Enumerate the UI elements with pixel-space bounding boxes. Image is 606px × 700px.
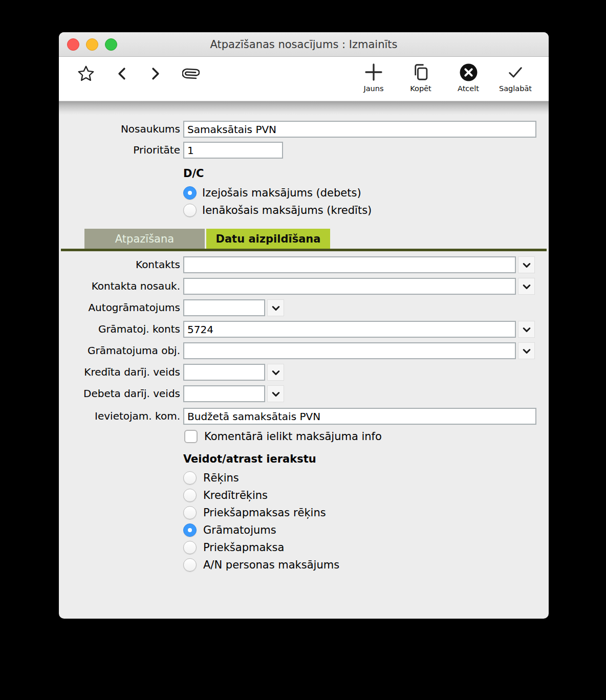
toolbar-divider	[59, 101, 549, 115]
radio-invoice[interactable]	[183, 471, 197, 485]
debit-txn-type-field-label: Debeta darīj. veids	[59, 385, 180, 402]
credit-txn-type-field-label: Kredīta darīj. veids	[59, 364, 180, 381]
copy-icon	[398, 61, 444, 83]
tab-datu-aizpildisana-label: Datu aizpildīšana	[216, 233, 321, 245]
transaction-object-dropdown-button[interactable]	[518, 342, 535, 359]
tab-atpazisana-label: Atpazīšana	[115, 233, 174, 245]
save-button[interactable]: Saglabāt	[492, 61, 538, 93]
contact-name-dropdown-button[interactable]	[518, 278, 535, 295]
comment-payment-info-label: Komentārā ielikt maksājuma info	[204, 430, 382, 443]
radio-invoice-label: Rēķins	[203, 471, 239, 485]
radio-credit-invoice-label: Kredītrēķins	[203, 489, 268, 502]
autotransaction-input[interactable]	[183, 299, 265, 316]
radio-transaction-label: Grāmatojums	[203, 523, 276, 537]
cancel-label: Atcelt	[445, 84, 491, 93]
tab-datu-aizpildisana[interactable]: Datu aizpildīšana	[206, 229, 330, 249]
contact-dropdown-button[interactable]	[518, 256, 535, 273]
radio-prepayment[interactable]	[183, 541, 197, 554]
attachment-paperclip-icon[interactable]	[181, 57, 201, 91]
copy-record-button[interactable]: Kopēt	[398, 61, 444, 93]
comment-payment-info-checkbox[interactable]	[184, 430, 198, 443]
radio-incoming-payment-label: Ienākošais maksājums (kredīts)	[202, 204, 372, 217]
priority-field-label: Prioritāte	[59, 142, 180, 159]
dc-group-heading: D/C	[183, 167, 204, 180]
debit-txn-type-input[interactable]	[183, 385, 265, 402]
back-icon[interactable]	[114, 57, 129, 91]
contact-name-field-label: Kontakta nosauk.	[59, 278, 180, 295]
copy-record-label: Kopēt	[398, 84, 444, 93]
record-group-heading: Veidot/atrast ierakstu	[183, 453, 316, 465]
name-field-label: Nosaukums	[59, 121, 180, 138]
autotransaction-dropdown-button[interactable]	[267, 299, 284, 316]
credit-txn-type-dropdown-button[interactable]	[267, 364, 284, 381]
forward-icon[interactable]	[148, 57, 163, 91]
contact-name-input[interactable]	[183, 278, 516, 295]
window-title: Atpazīšanas nosacījums : Izmainīts	[59, 32, 549, 56]
save-label: Saglabāt	[492, 84, 538, 93]
radio-outgoing-payment[interactable]	[183, 186, 197, 200]
radio-an-person-payment[interactable]	[183, 558, 197, 572]
radio-incoming-payment[interactable]	[183, 204, 197, 217]
transaction-account-dropdown-button[interactable]	[518, 321, 535, 338]
radio-prepayment-invoice-label: Priekšapmaksas rēķins	[203, 506, 326, 519]
cancel-icon	[445, 61, 491, 83]
contact-input[interactable]	[183, 256, 516, 273]
transaction-account-input[interactable]	[183, 321, 516, 338]
title-bar[interactable]: Atpazīšanas nosacījums : Izmainīts	[59, 32, 549, 57]
check-icon	[492, 61, 538, 83]
radio-outgoing-payment-label: Izejošais maksājums (debets)	[202, 186, 361, 200]
priority-input[interactable]	[183, 142, 283, 159]
insert-comment-input[interactable]	[183, 408, 536, 425]
app-window: Atpazīšanas nosacījums : Izmainīts	[59, 32, 549, 619]
radio-an-person-payment-label: A/N personas maksājums	[203, 558, 339, 572]
name-input[interactable]	[183, 121, 536, 138]
credit-txn-type-input[interactable]	[183, 364, 265, 381]
radio-prepayment-label: Priekšapmaksa	[203, 541, 284, 554]
cancel-button[interactable]: Atcelt	[445, 61, 491, 93]
transaction-account-field-label: Grāmatoj. konts	[59, 321, 180, 338]
transaction-object-field-label: Grāmatojuma obj.	[59, 342, 180, 359]
toolbar: Jauns Kopēt Atcelt	[59, 57, 549, 101]
tab-atpazisana[interactable]: Atpazīšana	[84, 229, 205, 249]
transaction-object-input[interactable]	[183, 342, 516, 359]
radio-prepayment-invoice[interactable]	[183, 506, 197, 519]
radio-credit-invoice[interactable]	[183, 489, 197, 502]
new-record-button[interactable]: Jauns	[351, 61, 397, 93]
contact-field-label: Kontakts	[59, 256, 180, 273]
debit-txn-type-dropdown-button[interactable]	[267, 385, 284, 402]
plus-icon	[351, 61, 397, 83]
insert-comment-field-label: Ievietojam. kom.	[59, 408, 180, 425]
favorite-star-icon[interactable]	[76, 57, 96, 91]
autotransaction-field-label: Autogrāmatojums	[59, 299, 180, 316]
tab-underline	[61, 249, 547, 251]
radio-transaction[interactable]	[183, 523, 197, 537]
new-record-label: Jauns	[351, 84, 397, 93]
